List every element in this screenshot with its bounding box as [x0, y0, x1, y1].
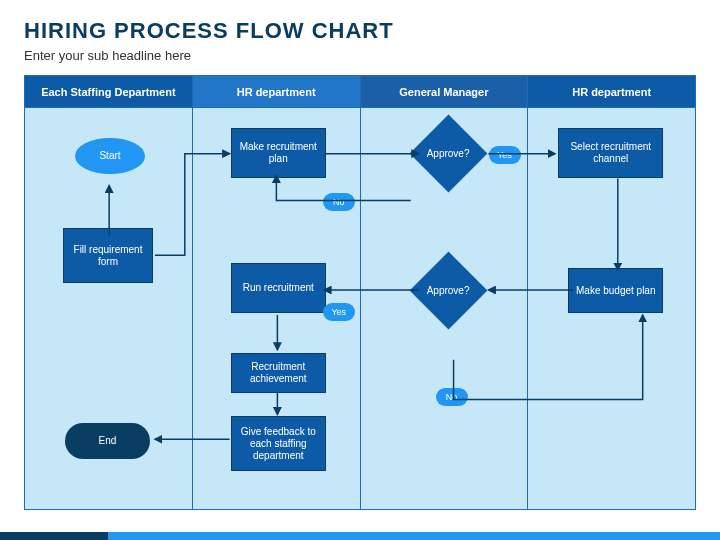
- fill-form-node: Fill requirement form: [63, 228, 153, 283]
- footer-accent: [0, 532, 720, 540]
- lane-gm: General Manager Approve? Approve? Yes No: [361, 76, 529, 509]
- select-node: Select recruitment channel: [558, 128, 663, 178]
- lane-header: HR department: [528, 76, 695, 108]
- lane-header: General Manager: [361, 76, 528, 108]
- lane-header: HR department: [193, 76, 360, 108]
- approve1-node: Approve?: [409, 115, 487, 193]
- start-node: Start: [75, 138, 145, 174]
- feedback-node: Give feedback to each staffing departmen…: [231, 416, 326, 471]
- end-node: End: [65, 423, 150, 459]
- slide-title: HIRING PROCESS FLOW CHART: [24, 18, 696, 44]
- slide-subtitle: Enter your sub headline here: [24, 48, 696, 63]
- lane-hr2: HR department Select recruitment channel…: [528, 76, 695, 509]
- achieve-node: Recruitment achievement: [231, 353, 326, 393]
- lane-hr1: HR department Make recruitment plan Run …: [193, 76, 361, 509]
- yes-label: Yes: [323, 303, 355, 321]
- run-node: Run recruitment: [231, 263, 326, 313]
- plan-node: Make recruitment plan: [231, 128, 326, 178]
- approve2-node: Approve?: [409, 252, 487, 330]
- lane-staffing: Each Staffing Department Start Fill requ…: [25, 76, 193, 509]
- no-label: No: [323, 193, 355, 211]
- lane-header: Each Staffing Department: [25, 76, 192, 108]
- yes-label: Yes: [489, 146, 521, 164]
- flowchart-container: Each Staffing Department Start Fill requ…: [24, 75, 696, 510]
- budget-node: Make budget plan: [568, 268, 663, 313]
- no-label: No: [436, 388, 468, 406]
